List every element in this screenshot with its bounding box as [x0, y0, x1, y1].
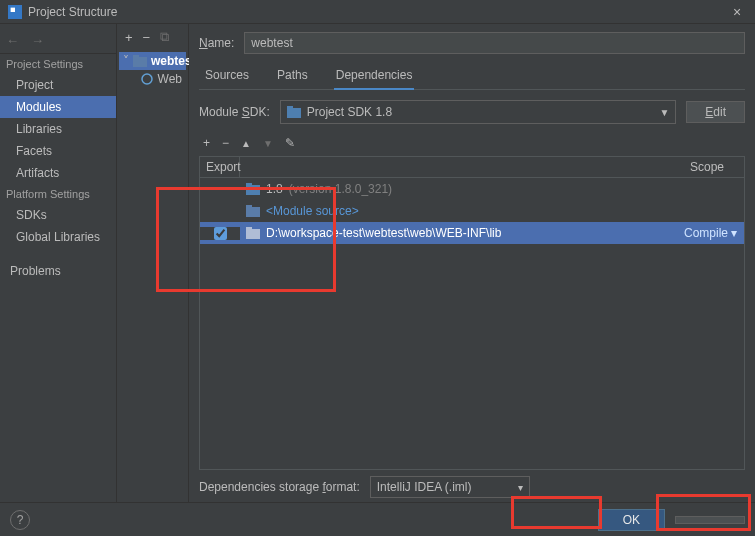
sidebar-item-facets[interactable]: Facets — [0, 140, 116, 162]
module-tree-panel: + − ⧉ ˅ webtest Web — [117, 24, 189, 502]
name-row: Name: — [199, 32, 745, 54]
edit-dep-icon[interactable]: ✎ — [285, 136, 295, 150]
caret-down-icon: ˅ — [123, 54, 129, 68]
svg-rect-12 — [246, 227, 252, 230]
svg-rect-5 — [287, 108, 301, 118]
back-arrow-icon[interactable]: ← — [6, 33, 19, 48]
dependency-toolbar: + − ▲ ▼ ✎ — [199, 134, 745, 152]
sidebar-item-artifacts[interactable]: Artifacts — [0, 162, 116, 184]
forward-arrow-icon[interactable]: → — [31, 33, 44, 48]
tab-dependencies[interactable]: Dependencies — [334, 64, 415, 90]
col-export-header[interactable]: Export — [200, 157, 240, 177]
svg-rect-6 — [287, 106, 293, 109]
remove-dep-icon[interactable]: − — [222, 136, 229, 150]
svg-rect-7 — [246, 185, 260, 195]
cancel-button[interactable] — [675, 516, 745, 524]
close-icon[interactable]: × — [727, 4, 747, 20]
module-sdk-value: Project SDK 1.8 — [307, 105, 392, 119]
dep-label: D:\workspace-test\webtest\web\WEB-INF\li… — [266, 226, 501, 240]
bottom-bar: ? OK — [0, 502, 755, 536]
storage-format-select[interactable]: IntelliJ IDEA (.iml) ▾ — [370, 476, 530, 498]
dep-table-header: Export Scope — [200, 157, 744, 178]
web-icon — [141, 73, 154, 85]
table-row[interactable]: <Module source> — [200, 200, 744, 222]
sidebar-item-modules[interactable]: Modules — [0, 96, 116, 118]
jdk-icon — [246, 183, 260, 195]
svg-rect-10 — [246, 205, 252, 208]
copy-module-icon[interactable]: ⧉ — [160, 29, 169, 45]
svg-rect-1 — [11, 7, 15, 11]
main-area: ← → Project Settings Project Modules Lib… — [0, 24, 755, 502]
sidebar: ← → Project Settings Project Modules Lib… — [0, 24, 117, 502]
tree-node-label: Web — [158, 72, 182, 86]
sdk-row: Module SDK: Project SDK 1.8 ▼ Edit — [199, 100, 745, 124]
table-row[interactable]: D:\workspace-test\webtest\web\WEB-INF\li… — [200, 222, 744, 244]
tree-node-web[interactable]: Web — [119, 70, 186, 88]
tree-node-webtest[interactable]: ˅ webtest — [119, 52, 186, 70]
help-button[interactable]: ? — [10, 510, 30, 530]
tab-paths[interactable]: Paths — [275, 64, 310, 89]
svg-rect-3 — [133, 55, 139, 58]
name-label: Name: — [199, 36, 234, 50]
storage-row: Dependencies storage format: IntelliJ ID… — [199, 476, 745, 498]
dep-version: (version 1.8.0_321) — [289, 182, 392, 196]
svg-rect-8 — [246, 183, 252, 186]
svg-rect-2 — [133, 57, 147, 67]
move-up-icon[interactable]: ▲ — [241, 138, 251, 149]
sidebar-item-libraries[interactable]: Libraries — [0, 118, 116, 140]
window-title: Project Structure — [28, 5, 727, 19]
dropdown-icon: ▾ — [518, 482, 523, 493]
storage-value: IntelliJ IDEA (.iml) — [377, 480, 472, 494]
dependency-table: Export Scope 1.8 (version 1.8.0_321) — [199, 156, 745, 470]
sidebar-item-project[interactable]: Project — [0, 74, 116, 96]
titlebar: Project Structure × — [0, 0, 755, 24]
module-icon — [133, 55, 147, 67]
svg-rect-11 — [246, 229, 260, 239]
folder-icon — [246, 205, 260, 217]
svg-point-4 — [142, 74, 152, 84]
sidebar-item-global-libs[interactable]: Global Libraries — [0, 226, 116, 248]
tab-sources[interactable]: Sources — [203, 64, 251, 89]
col-scope-header[interactable]: Scope — [684, 157, 744, 177]
folder-icon — [246, 227, 260, 239]
ok-button[interactable]: OK — [598, 509, 665, 531]
dep-label: <Module source> — [266, 204, 359, 218]
tabs: Sources Paths Dependencies — [199, 64, 745, 90]
sidebar-item-problems[interactable]: Problems — [0, 260, 116, 282]
module-sdk-label: Module SDK: — [199, 105, 270, 119]
content-panel: Name: Sources Paths Dependencies Module … — [189, 24, 755, 502]
storage-label: Dependencies storage format: — [199, 480, 360, 494]
table-row[interactable]: 1.8 (version 1.8.0_321) — [200, 178, 744, 200]
export-checkbox-cell[interactable] — [200, 227, 240, 240]
sidebar-item-sdks[interactable]: SDKs — [0, 204, 116, 226]
jdk-icon — [287, 106, 301, 118]
dep-table-body: 1.8 (version 1.8.0_321) <Module source> — [200, 178, 744, 469]
add-dep-icon[interactable]: + — [203, 136, 210, 150]
svg-rect-9 — [246, 207, 260, 217]
export-checkbox[interactable] — [214, 227, 227, 240]
dropdown-icon: ▼ — [659, 107, 669, 118]
move-down-icon[interactable]: ▼ — [263, 138, 273, 149]
add-module-icon[interactable]: + — [125, 30, 133, 45]
section-project-settings: Project Settings — [0, 54, 116, 74]
dep-label: 1.8 — [266, 182, 283, 196]
dep-scope[interactable]: Compile ▾ — [684, 226, 744, 240]
section-platform-settings: Platform Settings — [0, 184, 116, 204]
name-input[interactable] — [244, 32, 745, 54]
nav-toolbar: ← → — [0, 28, 116, 54]
edit-sdk-button[interactable]: Edit — [686, 101, 745, 123]
module-tree: ˅ webtest Web — [117, 50, 188, 90]
app-icon — [8, 5, 22, 19]
module-toolbar: + − ⧉ — [117, 24, 188, 50]
module-sdk-select[interactable]: Project SDK 1.8 ▼ — [280, 100, 677, 124]
col-main-header — [240, 157, 684, 177]
remove-module-icon[interactable]: − — [143, 30, 151, 45]
